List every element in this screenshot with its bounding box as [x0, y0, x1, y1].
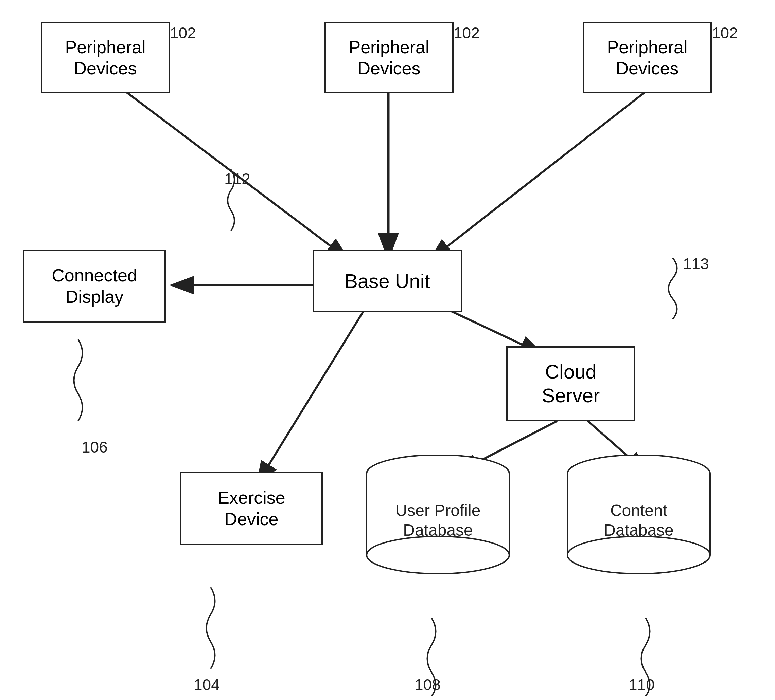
- peripheral-devices-3: Peripheral Devices: [583, 22, 712, 93]
- arrows-svg: [0, 0, 775, 700]
- ref-110: 110: [629, 675, 655, 694]
- svg-line-7: [258, 305, 367, 482]
- user-profile-db: User Profile Database: [363, 455, 513, 577]
- ref-102-2: 102: [454, 24, 480, 42]
- content-db: Content Database: [564, 455, 713, 577]
- ref-108: 108: [414, 675, 441, 694]
- svg-text:Database: Database: [403, 521, 472, 539]
- ref-104: 104: [194, 675, 220, 694]
- cloud-server: Cloud Server: [506, 346, 635, 421]
- base-unit: Base Unit: [313, 249, 462, 312]
- peripheral-devices-1: Peripheral Devices: [41, 22, 170, 93]
- exercise-device: Exercise Device: [180, 472, 323, 545]
- connected-display: Connected Display: [23, 249, 166, 322]
- ref-102-1: 102: [170, 24, 196, 42]
- svg-point-21: [567, 536, 710, 574]
- svg-text:Database: Database: [604, 521, 674, 539]
- diagram: Peripheral Devices 102 Peripheral Device…: [0, 0, 775, 700]
- ref-106: 106: [81, 438, 108, 456]
- ref-112: 112: [224, 170, 250, 188]
- svg-text:Content: Content: [610, 501, 667, 519]
- ref-113: 113: [683, 255, 709, 273]
- peripheral-devices-2: Peripheral Devices: [324, 22, 454, 93]
- svg-text:User Profile: User Profile: [396, 501, 481, 519]
- ref-102-3: 102: [712, 24, 738, 42]
- svg-point-14: [367, 536, 509, 574]
- svg-line-4: [431, 92, 645, 259]
